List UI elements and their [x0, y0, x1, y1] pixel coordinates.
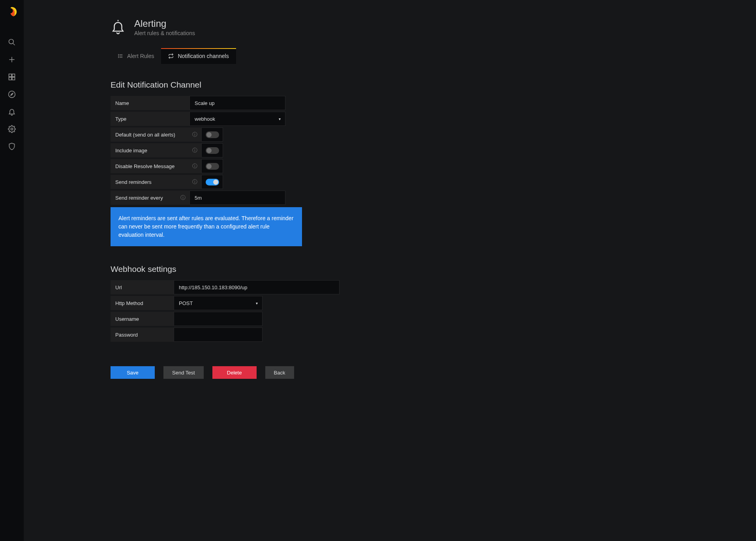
tab-label: Notification channels — [178, 53, 229, 59]
default-toggle[interactable] — [206, 131, 219, 138]
info-icon[interactable]: ⓘ — [192, 178, 197, 185]
label-http-method: Http Method — [111, 296, 174, 310]
disable-resolve-toggle-wrap — [201, 159, 223, 173]
plus-icon[interactable] — [8, 55, 16, 64]
url-input[interactable] — [174, 280, 340, 294]
svg-marker-9 — [11, 93, 13, 96]
label-reminder-every: Send reminder everyⓘ — [111, 191, 189, 205]
label-include-image: Include imageⓘ — [111, 143, 201, 157]
svg-point-14 — [118, 54, 119, 55]
label-send-reminders: Send remindersⓘ — [111, 175, 201, 189]
svg-line-1 — [13, 43, 15, 45]
svg-rect-7 — [12, 77, 15, 80]
back-button[interactable]: Back — [265, 366, 294, 379]
include-image-toggle-wrap — [201, 143, 223, 157]
reminder-every-input[interactable] — [189, 191, 285, 205]
svg-point-0 — [9, 39, 14, 44]
name-input[interactable] — [189, 96, 285, 110]
alerting-icon[interactable] — [8, 107, 16, 116]
label-disable-resolve: Disable Resolve Messageⓘ — [111, 159, 201, 173]
svg-rect-6 — [9, 77, 12, 80]
svg-point-16 — [118, 57, 119, 58]
explore-icon[interactable] — [8, 90, 16, 99]
default-toggle-wrap — [201, 127, 223, 142]
info-icon[interactable]: ⓘ — [192, 147, 197, 154]
label-url: Url — [111, 280, 174, 294]
button-row: Save Send Test Delete Back — [111, 366, 418, 379]
page-title: Alerting — [134, 18, 195, 29]
tab-alert-rules[interactable]: Alert Rules — [111, 48, 161, 64]
gear-icon[interactable] — [8, 125, 16, 133]
send-reminders-toggle-wrap — [201, 175, 223, 189]
delete-button[interactable]: Delete — [212, 366, 257, 379]
password-input[interactable] — [174, 328, 263, 342]
include-image-toggle[interactable] — [206, 147, 219, 154]
tabs: Alert Rules Notification channels — [111, 48, 756, 64]
username-input[interactable] — [174, 312, 263, 326]
label-password: Password — [111, 328, 174, 342]
form-content: Edit Notification Channel Name Type webh… — [24, 64, 418, 395]
shield-icon[interactable] — [8, 142, 16, 151]
svg-point-10 — [11, 128, 13, 130]
dashboards-icon[interactable] — [8, 73, 16, 81]
label-username: Username — [111, 312, 174, 326]
grafana-logo-icon[interactable] — [6, 6, 17, 17]
tab-label: Alert Rules — [127, 53, 154, 59]
page-subtitle: Alert rules & notifications — [134, 30, 195, 36]
page-header: Alerting Alert rules & notifications — [24, 0, 756, 36]
save-button[interactable]: Save — [111, 366, 155, 379]
bell-icon — [111, 19, 126, 35]
section-title-edit: Edit Notification Channel — [111, 80, 418, 90]
main-content: Alerting Alert rules & notifications Ale… — [24, 0, 756, 541]
section-title-webhook: Webhook settings — [111, 264, 418, 274]
http-method-select[interactable]: POST — [174, 296, 263, 310]
disable-resolve-toggle[interactable] — [206, 163, 219, 170]
info-icon[interactable]: ⓘ — [192, 131, 197, 138]
svg-rect-4 — [9, 74, 12, 77]
svg-point-15 — [118, 56, 119, 56]
info-icon[interactable]: ⓘ — [180, 194, 186, 201]
sidebar-nav — [0, 0, 24, 541]
label-name: Name — [111, 96, 189, 110]
svg-rect-5 — [12, 74, 15, 77]
label-default: Default (send on all alerts)ⓘ — [111, 127, 201, 142]
label-type: Type — [111, 112, 189, 126]
info-icon[interactable]: ⓘ — [192, 163, 197, 170]
reminder-info-alert: Alert reminders are sent after rules are… — [111, 207, 302, 246]
send-reminders-toggle[interactable] — [206, 179, 219, 185]
type-select[interactable]: webhook — [189, 112, 285, 126]
send-test-button[interactable]: Send Test — [163, 366, 204, 379]
search-icon[interactable] — [8, 38, 16, 47]
tab-notification-channels[interactable]: Notification channels — [161, 48, 236, 64]
